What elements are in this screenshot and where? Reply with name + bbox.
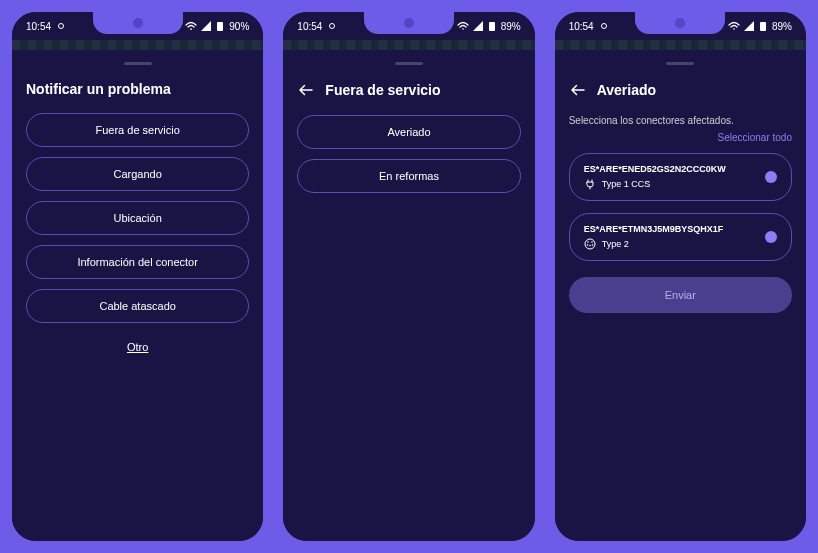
phone-screen-1: 10:54 90% Notificar un problema Fuera de… xyxy=(8,8,267,545)
connector-type: Type 1 CCS xyxy=(602,179,651,189)
plug-icon xyxy=(584,178,596,190)
background-pattern xyxy=(283,40,534,50)
svg-rect-5 xyxy=(489,22,495,31)
svg-rect-2 xyxy=(217,22,223,31)
option-broken[interactable]: Averiado xyxy=(297,115,520,149)
notch xyxy=(93,12,183,34)
battery-percent: 89% xyxy=(772,21,792,32)
radio-selected-icon xyxy=(765,231,777,243)
background-pattern xyxy=(555,40,806,50)
svg-point-4 xyxy=(462,28,464,30)
sheet-handle[interactable] xyxy=(124,62,152,65)
phone-screen-2: 10:54 89% Fuera de servicio Av xyxy=(279,8,538,545)
battery-icon xyxy=(758,21,768,31)
bottom-sheet: Averiado Selecciona los conectores afect… xyxy=(555,50,806,541)
page-subtitle: Selecciona los conectores afectados. xyxy=(569,115,792,126)
status-dot-icon xyxy=(328,22,336,30)
option-out-of-service[interactable]: Fuera de servicio xyxy=(26,113,249,147)
svg-point-10 xyxy=(587,241,589,243)
page-title: Notificar un problema xyxy=(26,81,171,97)
option-renovation[interactable]: En reformas xyxy=(297,159,520,193)
back-button[interactable] xyxy=(569,81,587,99)
option-charging[interactable]: Cargando xyxy=(26,157,249,191)
page-title: Fuera de servicio xyxy=(325,82,440,98)
connector-card-1[interactable]: ES*ARE*ENED52GS2N2CCC0KW Type 1 CCS xyxy=(569,153,792,201)
page-title: Averiado xyxy=(597,82,656,98)
sheet-handle[interactable] xyxy=(666,62,694,65)
option-location[interactable]: Ubicación xyxy=(26,201,249,235)
battery-icon xyxy=(215,21,225,31)
svg-point-3 xyxy=(330,24,335,29)
signal-icon xyxy=(744,21,754,31)
connector-id: ES*ARE*ENED52GS2N2CCC0KW xyxy=(584,164,726,174)
connector-id: ES*ARE*ETMN3J5M9BYSQHX1F xyxy=(584,224,724,234)
notch xyxy=(364,12,454,34)
notch xyxy=(635,12,725,34)
select-all-link[interactable]: Seleccionar todo xyxy=(717,132,792,143)
other-link[interactable]: Otro xyxy=(26,341,249,353)
phone-screen-3: 10:54 89% Averiado Selecciona xyxy=(551,8,810,545)
status-time: 10:54 xyxy=(26,21,51,32)
svg-point-14 xyxy=(591,244,593,246)
svg-point-11 xyxy=(591,241,593,243)
svg-point-7 xyxy=(733,28,735,30)
bottom-sheet: Notificar un problema Fuera de servicio … xyxy=(12,50,263,541)
option-cable-stuck[interactable]: Cable atascado xyxy=(26,289,249,323)
status-dot-icon xyxy=(57,22,65,30)
battery-percent: 90% xyxy=(229,21,249,32)
radio-selected-icon xyxy=(765,171,777,183)
submit-button[interactable]: Enviar xyxy=(569,277,792,313)
background-pattern xyxy=(12,40,263,50)
sheet-handle[interactable] xyxy=(395,62,423,65)
wifi-icon xyxy=(728,21,740,31)
svg-point-1 xyxy=(191,28,193,30)
back-button[interactable] xyxy=(297,81,315,99)
battery-icon xyxy=(487,21,497,31)
battery-percent: 89% xyxy=(501,21,521,32)
signal-icon xyxy=(201,21,211,31)
option-connector-info[interactable]: Información del conector xyxy=(26,245,249,279)
status-time: 10:54 xyxy=(569,21,594,32)
status-time: 10:54 xyxy=(297,21,322,32)
status-dot-icon xyxy=(600,22,608,30)
bottom-sheet: Fuera de servicio Averiado En reformas xyxy=(283,50,534,541)
svg-point-0 xyxy=(59,24,64,29)
svg-point-6 xyxy=(601,24,606,29)
svg-point-12 xyxy=(586,244,588,246)
connector-type: Type 2 xyxy=(602,239,629,249)
type2-connector-icon xyxy=(584,238,596,250)
connector-card-2[interactable]: ES*ARE*ETMN3J5M9BYSQHX1F Type 2 xyxy=(569,213,792,261)
svg-rect-8 xyxy=(760,22,766,31)
svg-point-9 xyxy=(585,239,595,249)
wifi-icon xyxy=(185,21,197,31)
wifi-icon xyxy=(457,21,469,31)
svg-point-13 xyxy=(589,245,591,247)
signal-icon xyxy=(473,21,483,31)
